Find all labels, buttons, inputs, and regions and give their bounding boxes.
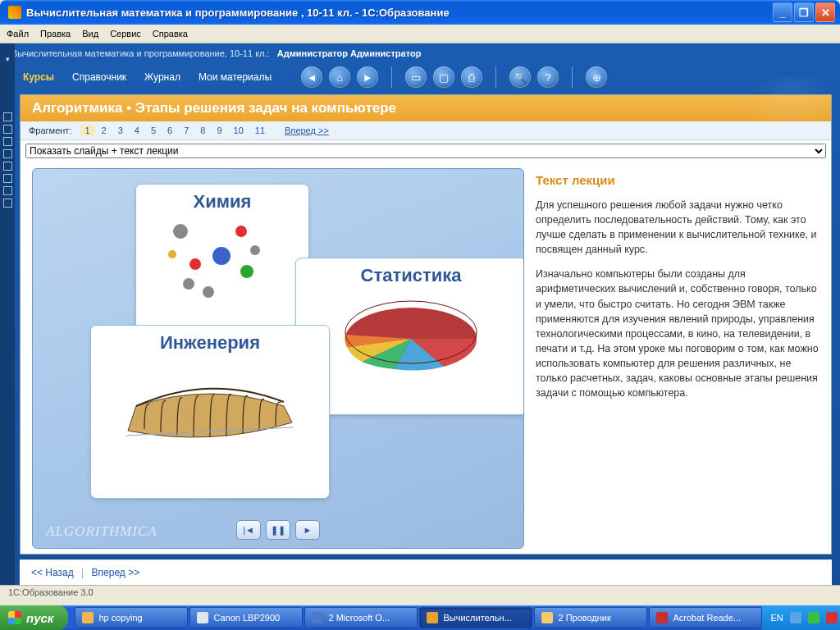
task-acrobat[interactable]: Acrobat Reade... (649, 607, 762, 628)
card-engineering: Инженерия (90, 325, 330, 499)
fragment-7[interactable]: 7 (179, 125, 194, 136)
menu-view[interactable]: Вид (82, 29, 98, 39)
menu-help[interactable]: Справка (153, 29, 188, 39)
decor-ornament (742, 76, 840, 134)
app-body: ▾ Вычислительная математика и программир… (0, 43, 840, 585)
fragment-3[interactable]: 3 (113, 125, 128, 136)
context-label: Вычислительная математика и программиров… (11, 48, 270, 58)
fragment-1[interactable]: 1 (80, 125, 94, 136)
window-title: Вычислительная математика и программиров… (26, 7, 773, 19)
card-statistics-title: Статистика (361, 265, 462, 286)
page-title: Алгоритмика • Этапы решения задач на ком… (21, 95, 831, 121)
bottom-forward[interactable]: Вперед >> (92, 567, 140, 578)
task-msoffice[interactable]: 2 Microsoft O... (304, 607, 418, 628)
tool-present-button[interactable]: ▢ (433, 66, 454, 88)
view-mode-select[interactable]: Показать слайды + текст лекции (25, 144, 826, 158)
statusbar: 1С:Образование 3.0 (0, 585, 840, 605)
molecule-icon (165, 216, 280, 314)
tab-courses[interactable]: Курсы (18, 70, 59, 84)
windows-logo-icon (8, 611, 21, 624)
tab-my-materials[interactable]: Мои материалы (194, 70, 276, 84)
card-chemistry-title: Химия (194, 191, 252, 212)
fragment-bar: Фрагмент: 1 2 3 4 5 6 7 8 9 10 11 Вперед… (21, 121, 831, 140)
card-engineering-title: Инженерия (160, 332, 260, 354)
card-chemistry: Химия (135, 184, 309, 341)
lecture-p1: Для успешного решения любой задачи нужно… (536, 198, 819, 258)
ship-frame-icon (120, 357, 300, 455)
context-bar: Вычислительная математика и программиров… (0, 43, 840, 63)
tool-search-button[interactable]: 🔍 (509, 66, 531, 88)
close-button[interactable]: ✕ (815, 2, 835, 22)
menu-service[interactable]: Сервис (110, 29, 141, 39)
task-hp-copying[interactable]: hp copying (75, 607, 188, 628)
bottom-nav: << Назад | Вперед >> (20, 559, 832, 585)
nav-home-button[interactable]: ⌂ (329, 66, 350, 88)
status-text: 1С:Образование 3.0 (8, 587, 94, 597)
menu-edit[interactable]: Правка (40, 29, 71, 39)
tab-journal[interactable]: Журнал (139, 70, 185, 84)
tool-select-button[interactable]: ▭ (405, 66, 427, 88)
system-tray[interactable]: EN 11:00 (762, 605, 840, 630)
view-mode-dropdown[interactable]: Показать слайды + текст лекции (25, 144, 826, 158)
fragment-6[interactable]: 6 (162, 125, 177, 136)
fragment-2[interactable]: 2 (97, 125, 112, 136)
minimize-button[interactable]: _ (773, 2, 792, 22)
slide-column: Химия (21, 160, 532, 554)
outline-gutter[interactable]: ▾ (0, 43, 15, 585)
lecture-heading: Текст лекции (536, 171, 819, 189)
menu-file[interactable]: Файл (7, 29, 29, 39)
next-button[interactable]: ► (295, 520, 320, 540)
fragment-5[interactable]: 5 (146, 125, 161, 136)
fragment-10[interactable]: 10 (229, 125, 249, 136)
task-canon[interactable]: Canon LBP2900 (189, 607, 303, 628)
fragment-4[interactable]: 4 (130, 125, 144, 136)
tray-icon-2[interactable] (808, 612, 819, 623)
tray-icon-1[interactable] (790, 612, 801, 623)
tray-icon-3[interactable] (826, 612, 838, 623)
tool-zoom-button[interactable]: ⊕ (586, 66, 607, 88)
current-user: Администратор Администратор (277, 48, 422, 58)
fragment-9[interactable]: 9 (212, 125, 226, 136)
tray-lang[interactable]: EN (770, 613, 783, 623)
nav-forward-button[interactable]: ► (357, 66, 378, 88)
fragment-8[interactable]: 8 (195, 125, 210, 136)
maximize-button[interactable]: ❐ (794, 2, 814, 22)
pause-button[interactable]: ❚❚ (266, 520, 290, 540)
task-explorer[interactable]: 2 Проводник (534, 607, 647, 628)
fragment-links: 1 2 3 4 5 6 7 8 9 10 11 (80, 125, 270, 136)
content-panel: Алгоритмика • Этапы решения задач на ком… (20, 94, 832, 555)
app-icon (8, 6, 21, 19)
taskbar: пуск hp copying Canon LBP2900 2 Microsof… (0, 605, 840, 630)
slide-watermark: ALGORITHMICA (46, 523, 158, 540)
menubar: Файл Правка Вид Сервис Справка (0, 25, 840, 43)
bottom-back[interactable]: << Назад (31, 567, 74, 578)
prev-button[interactable]: |◄ (236, 520, 261, 540)
main-nav: Курсы Справочник Журнал Мои материалы ◄ … (0, 63, 840, 94)
titlebar: Вычислительная математика и программиров… (0, 0, 840, 25)
fragment-label: Фрагмент: (29, 126, 71, 135)
tool-print-button[interactable]: ⎙ (461, 66, 482, 88)
pie-chart-icon (329, 290, 493, 388)
lecture-text: Текст лекции Для успешного решения любой… (532, 160, 831, 554)
playback-controls: |◄ ❚❚ ► (236, 520, 320, 540)
fragment-forward[interactable]: Вперед >> (285, 126, 329, 135)
toolbar: ◄ ⌂ ► ▭ ▢ ⎙ 🔍 ? ⊕ (301, 66, 607, 88)
lecture-p2: Изначально компьютеры были созданы для а… (536, 267, 819, 400)
fragment-11[interactable]: 11 (250, 125, 270, 136)
start-button[interactable]: пуск (0, 605, 68, 630)
task-1c-app[interactable]: Вычислительн... (419, 607, 532, 628)
tool-help-button[interactable]: ? (537, 66, 559, 88)
tab-reference[interactable]: Справочник (67, 70, 131, 84)
nav-back-button[interactable]: ◄ (301, 66, 322, 88)
task-buttons: hp copying Canon LBP2900 2 Microsoft O..… (75, 607, 762, 628)
slide-frame: Химия (32, 168, 524, 549)
